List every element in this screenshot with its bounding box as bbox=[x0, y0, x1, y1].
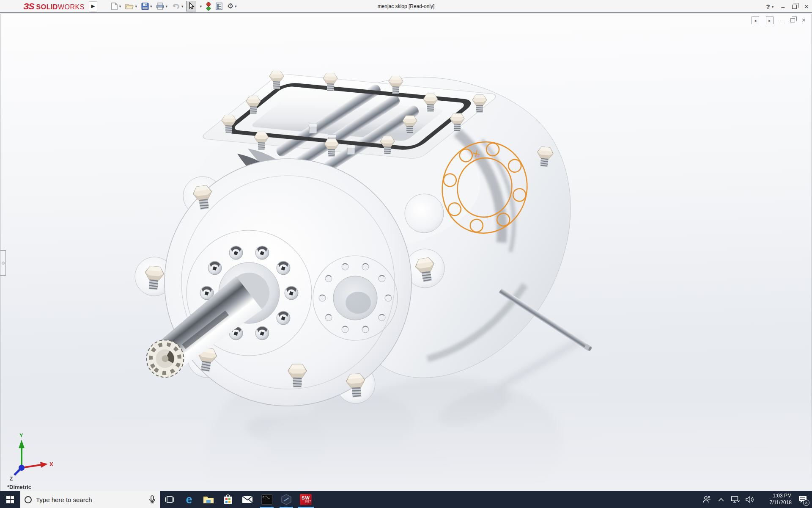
print-icon bbox=[156, 3, 164, 10]
solidworks-2017-icon: SW 2017 bbox=[300, 494, 312, 505]
command-prompt-icon: C:\_ bbox=[261, 494, 272, 505]
windows-logo-icon bbox=[6, 496, 14, 503]
options-button[interactable]: ⚙ ▾ bbox=[225, 2, 239, 11]
undo-button[interactable]: ▾ bbox=[170, 1, 185, 11]
x-axis-label: X bbox=[49, 461, 53, 467]
open-folder-icon bbox=[125, 3, 134, 10]
select-cursor-icon bbox=[188, 2, 195, 10]
task-view-icon bbox=[165, 495, 174, 504]
people-button[interactable] bbox=[700, 491, 714, 508]
restore-button[interactable] bbox=[792, 5, 797, 9]
z-axis-ball bbox=[19, 465, 25, 471]
mail-icon bbox=[242, 496, 253, 503]
graphics-viewport[interactable]: ◂ ▸ – × bbox=[0, 14, 812, 491]
search-placeholder: Type here to search bbox=[36, 496, 145, 503]
solidworks-logo-mark: ЗS bbox=[23, 1, 34, 11]
feature-manager-collapsed-tab[interactable] bbox=[0, 250, 6, 276]
people-icon bbox=[702, 495, 711, 504]
y-axis-label: Y bbox=[19, 432, 23, 439]
tray-overflow-button[interactable] bbox=[714, 491, 728, 508]
taskbar-app-cmd[interactable]: C:\_ bbox=[257, 491, 277, 508]
solidworks-logo: ЗS SOLID WORKS bbox=[23, 1, 85, 11]
clock[interactable]: 1:03 PM 7/11/2018 bbox=[757, 491, 793, 508]
save-floppy-icon bbox=[141, 3, 149, 10]
z-axis-label: Z bbox=[10, 476, 13, 482]
next-pane-button[interactable]: ▸ bbox=[766, 17, 774, 24]
taskbar-app-file-explorer[interactable] bbox=[199, 491, 218, 508]
menu-flyout-arrow[interactable]: ▶ bbox=[89, 1, 97, 11]
save-button[interactable]: ▾ bbox=[140, 1, 154, 11]
panel-splitter-dot-icon bbox=[2, 262, 5, 265]
search-box[interactable]: Type here to search bbox=[20, 491, 160, 508]
windows-taskbar: Type here to search e bbox=[0, 491, 812, 508]
system-tray: 1:03 PM 7/11/2018 3 bbox=[700, 491, 812, 508]
document-window-controls: ◂ ▸ – × bbox=[752, 17, 806, 24]
rebuild-traffic-light-icon bbox=[206, 2, 211, 11]
volume-button[interactable] bbox=[743, 491, 757, 508]
model-scene: Y X Z bbox=[0, 14, 812, 491]
options-gear-icon: ⚙ bbox=[227, 3, 233, 10]
help-button[interactable]: ? ▾ bbox=[766, 3, 774, 10]
undo-icon bbox=[172, 3, 180, 10]
speaker-icon bbox=[746, 496, 754, 503]
tray-time: 1:03 PM bbox=[773, 493, 792, 500]
cortana-icon bbox=[25, 496, 32, 503]
view-orientation-label: *Dimetric bbox=[7, 484, 31, 490]
previous-pane-button[interactable]: ◂ bbox=[752, 17, 759, 24]
task-view-button[interactable] bbox=[160, 491, 179, 508]
print-button[interactable]: ▾ bbox=[154, 1, 169, 11]
taskbar-app-hexagon[interactable] bbox=[277, 491, 296, 508]
store-icon bbox=[223, 494, 233, 505]
file-properties-button[interactable] bbox=[214, 1, 225, 11]
notification-badge: 3 bbox=[803, 500, 809, 506]
chevron-up-icon bbox=[718, 498, 724, 502]
new-document-icon bbox=[111, 3, 118, 10]
document-minimize-button[interactable]: – bbox=[780, 17, 784, 24]
file-explorer-icon bbox=[203, 495, 214, 504]
new-document-button[interactable]: ▾ bbox=[109, 1, 123, 11]
rebuild-button[interactable] bbox=[204, 1, 213, 12]
network-button[interactable] bbox=[728, 491, 743, 508]
help-icon: ? bbox=[766, 3, 770, 10]
minimize-button[interactable]: – bbox=[781, 4, 785, 10]
edge-icon: e bbox=[186, 493, 192, 506]
microphone-icon[interactable] bbox=[149, 495, 156, 504]
select-tool-button[interactable] bbox=[186, 1, 196, 11]
open-button[interactable]: ▾ bbox=[123, 1, 139, 11]
tray-date: 7/11/2018 bbox=[770, 500, 792, 506]
taskbar-app-edge[interactable]: e bbox=[179, 491, 199, 508]
taskbar-app-mail[interactable] bbox=[238, 491, 257, 508]
start-button[interactable] bbox=[0, 491, 20, 508]
network-icon bbox=[731, 496, 740, 503]
gearbox-model[interactable] bbox=[135, 71, 593, 406]
file-properties-icon bbox=[215, 3, 223, 10]
quick-access-toolbar: ▾ ▾ ▾ bbox=[109, 1, 239, 12]
document-close-button[interactable]: × bbox=[802, 17, 806, 24]
window-controls: ? ▾ – × bbox=[766, 0, 809, 13]
hexagon-app-icon bbox=[281, 494, 292, 505]
select-tool-dropdown[interactable]: ▾ bbox=[197, 3, 204, 10]
title-bar: ЗS SOLID WORKS ▶ ▾ ▾ bbox=[0, 0, 812, 13]
close-button[interactable]: × bbox=[804, 4, 809, 10]
taskbar-app-store[interactable] bbox=[218, 491, 238, 508]
taskbar-app-solidworks[interactable]: SW 2017 bbox=[296, 491, 315, 508]
document-restore-button[interactable] bbox=[790, 18, 795, 22]
action-center-button[interactable]: 3 bbox=[793, 491, 812, 508]
